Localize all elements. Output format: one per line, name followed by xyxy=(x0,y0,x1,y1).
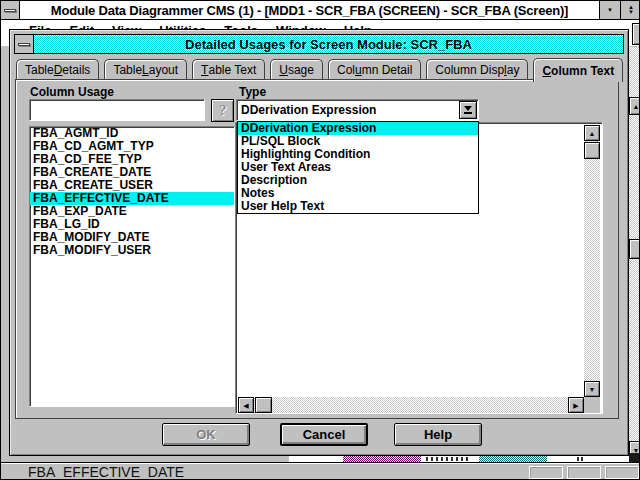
mdi-restore-button[interactable] xyxy=(632,23,640,45)
background-artifact xyxy=(577,457,585,461)
statusbar-panel xyxy=(529,466,563,479)
screen: Module Data Diagrammer CMS (1) - [MDD1 -… xyxy=(0,0,640,480)
minimize-button[interactable]: ▼ xyxy=(599,1,620,19)
ok-button-label: OK xyxy=(196,427,216,442)
statusbar-panel xyxy=(567,466,601,479)
help-button[interactable]: Help xyxy=(394,423,482,446)
tab-column-text[interactable]: Column Text xyxy=(533,58,623,82)
dialog-title: Detailed Usages for Screen Module: SCR_F… xyxy=(34,35,623,53)
restore-button[interactable]: ▲ ▼ xyxy=(620,1,640,19)
detailed-usages-dialog: Detailed Usages for Screen Module: SCR_F… xyxy=(9,29,629,456)
tab-bar: Table DetailsTable LayoutTable TextUsage… xyxy=(16,58,624,82)
cancel-button[interactable]: Cancel xyxy=(280,423,368,446)
cancel-button-label: Cancel xyxy=(303,427,346,442)
dropdown-option[interactable]: User Help Text xyxy=(238,200,478,213)
dialog-titlebar: Detailed Usages for Screen Module: SCR_F… xyxy=(14,34,624,54)
tab-table-text[interactable]: Table Text xyxy=(192,59,265,79)
minimize-icon: ▼ xyxy=(607,8,613,13)
tab-column-display[interactable]: Column Display xyxy=(426,59,528,79)
statusbar-panel xyxy=(605,466,639,479)
tab-column-detail[interactable]: Column Detail xyxy=(328,59,421,79)
dialog-system-menu-button[interactable] xyxy=(15,35,34,53)
statusbar-text: FBA_EFFECTIVE_DATE xyxy=(28,464,184,480)
restore-down-icon: ▼ xyxy=(628,10,634,15)
main-scroll-thumb[interactable] xyxy=(629,239,640,259)
type-dropdown-list[interactable]: DDerivation ExpressionPL/SQL BlockHighli… xyxy=(237,121,479,214)
window-title: Module Data Diagrammer CMS (1) - [MDD1 -… xyxy=(20,3,599,18)
system-menu-icon xyxy=(4,9,16,12)
main-scroll-up-button[interactable]: ▲ xyxy=(629,97,640,115)
background-artifact xyxy=(426,457,468,461)
tab-usage[interactable]: Usage xyxy=(270,59,323,79)
help-button-label: Help xyxy=(424,427,452,442)
system-menu-button[interactable] xyxy=(1,1,20,19)
system-menu-icon xyxy=(18,43,30,46)
tab-table-details[interactable]: Table Details xyxy=(16,59,99,79)
main-titlebar: Module Data Diagrammer CMS (1) - [MDD1 -… xyxy=(1,1,640,20)
dropdown-option[interactable]: Description xyxy=(238,174,478,187)
tab-table-layout[interactable]: Table Layout xyxy=(104,59,187,79)
ok-button[interactable]: OK xyxy=(162,423,250,446)
